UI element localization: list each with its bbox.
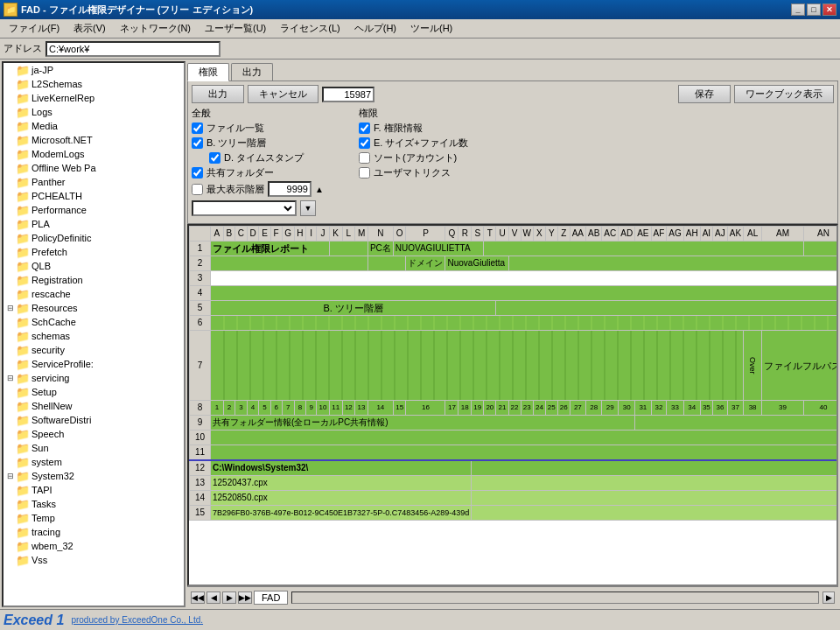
tree-item[interactable]: 📁ModemLogs: [4, 147, 184, 161]
tree-item[interactable]: 📁rescache: [4, 287, 184, 301]
checkbox-size[interactable]: 共有フォルダー: [192, 166, 324, 179]
tree-item-label: Media: [32, 121, 58, 131]
button-row: 出力 キャンセル 保存 ワークブック表示: [192, 85, 834, 103]
tree-item[interactable]: 📁Microsoft.NET: [4, 133, 184, 147]
tree-item[interactable]: 📁tracing: [4, 525, 184, 539]
filter-dropdown[interactable]: [192, 200, 297, 216]
tree-item[interactable]: 📁PolicyDefinitic: [4, 231, 184, 245]
maximize-button[interactable]: □: [807, 4, 821, 16]
sheet-tab-fad[interactable]: FAD: [254, 591, 288, 605]
max-layer-input[interactable]: [268, 181, 312, 197]
col-AD: AD: [619, 227, 635, 242]
tree-item[interactable]: ⊟📁servicing: [4, 371, 184, 385]
menu-user[interactable]: ユーザー覧(U): [198, 20, 273, 37]
checkbox-max-layer[interactable]: 最大表示階層: [192, 183, 264, 196]
tree-item[interactable]: 📁Setup: [4, 385, 184, 399]
cancel-button[interactable]: キャンセル: [248, 85, 318, 103]
folder-icon: 📁: [16, 134, 30, 146]
value-field[interactable]: [322, 87, 374, 102]
menu-file[interactable]: ファイル(F): [2, 20, 66, 37]
tree-item[interactable]: 📁Temp: [4, 511, 184, 525]
checkbox-timestamp[interactable]: D. タイムスタンプ: [209, 151, 324, 164]
tree-item[interactable]: 📁Prefetch: [4, 245, 184, 259]
tree-item[interactable]: 📁Offline Web Pa: [4, 161, 184, 175]
footer-credit[interactable]: produced by ExceedOne Co., Ltd.: [71, 615, 203, 625]
nav-first-button[interactable]: ◀◀: [191, 592, 205, 604]
spreadsheet[interactable]: A B C D E F G H I J K L M: [189, 226, 836, 584]
tab-output[interactable]: 出力: [231, 63, 273, 80]
table-row: 3: [190, 271, 837, 286]
tree-item[interactable]: ⊟📁Resources: [4, 301, 184, 315]
tree-item[interactable]: 📁Panther: [4, 175, 184, 189]
tree-item[interactable]: 📁SoftwareDistri: [4, 413, 184, 427]
menu-license[interactable]: ライセンス(L): [273, 20, 346, 37]
tree-item[interactable]: 📁ja-JP: [4, 63, 184, 77]
tree-item[interactable]: 📁L2Schemas: [4, 77, 184, 91]
tree-item[interactable]: 📁QLB: [4, 259, 184, 273]
tree-item[interactable]: 📁Vss: [4, 553, 184, 567]
menu-view[interactable]: 表示(V): [66, 20, 113, 37]
table-row: 11 C:\Users: [190, 445, 837, 461]
cell-title[interactable]: ファイル権限レポート: [211, 242, 330, 256]
tree-item[interactable]: 📁Media: [4, 119, 184, 133]
checkbox-perm-info[interactable]: F. 権限情報: [359, 122, 468, 135]
workspace-button[interactable]: ワークブック表示: [734, 85, 834, 103]
checkbox-sort-account[interactable]: ソート(アカウント): [359, 151, 468, 164]
col-G: G: [282, 227, 294, 242]
expand-icon[interactable]: ⊟: [5, 303, 16, 313]
nav-prev-button[interactable]: ◀: [206, 592, 220, 604]
checkbox-file-list[interactable]: ファイル一覧: [192, 122, 324, 135]
checkbox-user-matrix[interactable]: ユーザマトリクス: [359, 166, 468, 179]
nav-last-button[interactable]: ▶▶: [238, 592, 252, 604]
tree-item[interactable]: 📁security: [4, 343, 184, 357]
tree-item[interactable]: 📁Sun: [4, 441, 184, 455]
menu-tools[interactable]: ツール(H): [403, 20, 459, 37]
tree-item[interactable]: 📁Tasks: [4, 497, 184, 511]
expand-icon[interactable]: ⊟: [5, 471, 16, 481]
tree-item[interactable]: 📁PLA: [4, 217, 184, 231]
checkbox-shared-folder[interactable]: E. サイズ+ファイル数: [359, 136, 468, 150]
tree-item[interactable]: 📁TAPI: [4, 483, 184, 497]
col-B: B: [223, 227, 234, 242]
horizontal-scrollbar[interactable]: [291, 592, 819, 604]
cell-empty2: [484, 242, 804, 256]
close-button[interactable]: ✕: [822, 4, 836, 16]
row-num-9: 9: [190, 416, 211, 430]
tree-item[interactable]: 📁system: [4, 455, 184, 469]
tree-item[interactable]: 📁Logs: [4, 105, 184, 119]
tree-item[interactable]: 📁wbem_32: [4, 539, 184, 553]
menu-network[interactable]: ネットワーク(N): [113, 20, 198, 37]
folder-icon: 📁: [16, 428, 30, 440]
output-button[interactable]: 出力: [192, 85, 244, 103]
tree-item[interactable]: 📁SchCache: [4, 315, 184, 329]
tree-item[interactable]: 📁Registration: [4, 273, 184, 287]
checkbox-tree[interactable]: B. ツリー階層: [192, 136, 324, 150]
minimize-button[interactable]: _: [791, 4, 805, 16]
dropdown-arrow-icon[interactable]: ▼: [300, 200, 316, 216]
tree-panel[interactable]: 📁ja-JP📁L2Schemas📁LiveKernelRep📁Logs📁Medi…: [2, 61, 186, 607]
menu-help[interactable]: ヘルプ(H): [347, 20, 403, 37]
address-input[interactable]: [46, 41, 220, 57]
tree-item[interactable]: 📁schemas: [4, 329, 184, 343]
tree-item-label: TAPI: [32, 485, 52, 495]
tree-item[interactable]: 📁ServiceProfile:: [4, 357, 184, 371]
tree-item[interactable]: 📁PCHEALTH: [4, 189, 184, 203]
col-AL: AL: [744, 227, 762, 242]
tab-permissions[interactable]: 権限: [187, 63, 229, 81]
spinner-up[interactable]: ▲: [315, 185, 324, 194]
tree-item-label: Sun: [32, 443, 49, 453]
nav-next-button[interactable]: ▶: [222, 592, 236, 604]
save-button[interactable]: 保存: [678, 85, 731, 103]
tree-item[interactable]: 📁LiveKernelRep: [4, 91, 184, 105]
spreadsheet-container[interactable]: A B C D E F G H I J K L M: [187, 224, 838, 586]
scroll-right-button[interactable]: ▶: [822, 592, 835, 604]
row-num-1: 1: [190, 242, 211, 256]
tree-item[interactable]: 📁Speech: [4, 427, 184, 441]
tree-item-label: Resources: [32, 303, 78, 313]
tree-item[interactable]: 📁ShellNew: [4, 399, 184, 413]
tree-item[interactable]: 📁Performance: [4, 203, 184, 217]
tree-item[interactable]: ⊟📁System32: [4, 469, 184, 483]
expand-icon[interactable]: ⊟: [5, 373, 16, 383]
folder-icon: 📁: [16, 148, 30, 160]
col-AE: AE: [635, 227, 651, 242]
